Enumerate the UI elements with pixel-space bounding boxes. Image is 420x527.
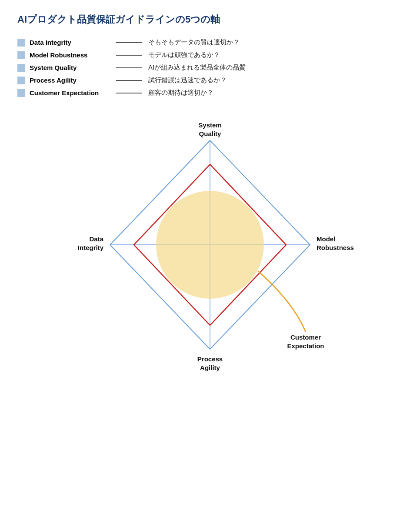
svg-text:Process: Process [197, 355, 223, 363]
legend-color-process-agility [17, 77, 25, 84]
legend-label-process-agility: Process Agility [30, 77, 110, 84]
svg-text:System: System [198, 121, 221, 129]
legend-desc-process-agility: 試行錯誤は迅速であるか？ [148, 76, 227, 84]
legend-color-data-integrity [17, 39, 25, 47]
legend-line-process-agility [116, 80, 142, 81]
svg-text:Model: Model [317, 235, 335, 243]
legend-desc-customer-expectation: 顧客の期待は適切か？ [148, 89, 213, 97]
legend-label-model-robustness: Model Robustness [30, 51, 110, 59]
svg-text:Quality: Quality [199, 130, 222, 137]
svg-text:Integrity: Integrity [78, 244, 104, 251]
legend-line-system-quality [116, 67, 142, 68]
chart-container: System Quality Data Integrity Model Robu… [17, 114, 403, 384]
svg-point-4 [156, 191, 264, 299]
svg-text:Expectation: Expectation [287, 342, 324, 350]
legend-desc-system-quality: AIが組み込まれる製品全体の品質 [148, 63, 246, 72]
svg-text:Robustness: Robustness [317, 244, 354, 251]
legend-desc-model-robustness: モデルは頑強であるか？ [148, 51, 220, 59]
legend-desc-data-integrity: そもそもデータの質は適切か？ [148, 38, 240, 47]
legend-item-model-robustness: Model Robustnessモデルは頑強であるか？ [17, 51, 403, 59]
svg-text:Data: Data [89, 235, 103, 243]
legend-item-customer-expectation: Customer Expectation顧客の期待は適切か？ [17, 89, 403, 97]
legend-color-customer-expectation [17, 89, 25, 97]
svg-text:Customer: Customer [290, 334, 321, 341]
legend-line-customer-expectation [116, 93, 142, 93]
legend-label-customer-expectation: Customer Expectation [30, 89, 110, 97]
legend-item-data-integrity: Data Integrityそもそもデータの質は適切か？ [17, 38, 403, 47]
page-title: AIプロダクト品質保証ガイドラインの5つの軸 [17, 13, 403, 26]
legend-color-system-quality [17, 64, 25, 72]
legend-item-process-agility: Process Agility試行錯誤は迅速であるか？ [17, 76, 403, 84]
legend-label-system-quality: System Quality [30, 64, 110, 71]
legend-line-data-integrity [116, 42, 142, 43]
svg-text:Agility: Agility [200, 364, 220, 371]
legend-line-model-robustness [116, 55, 142, 56]
legend: Data Integrityそもそもデータの質は適切か？Model Robust… [17, 38, 403, 97]
legend-item-system-quality: System QualityAIが組み込まれる製品全体の品質 [17, 63, 403, 72]
legend-label-data-integrity: Data Integrity [30, 39, 110, 46]
legend-color-model-robustness [17, 51, 25, 59]
